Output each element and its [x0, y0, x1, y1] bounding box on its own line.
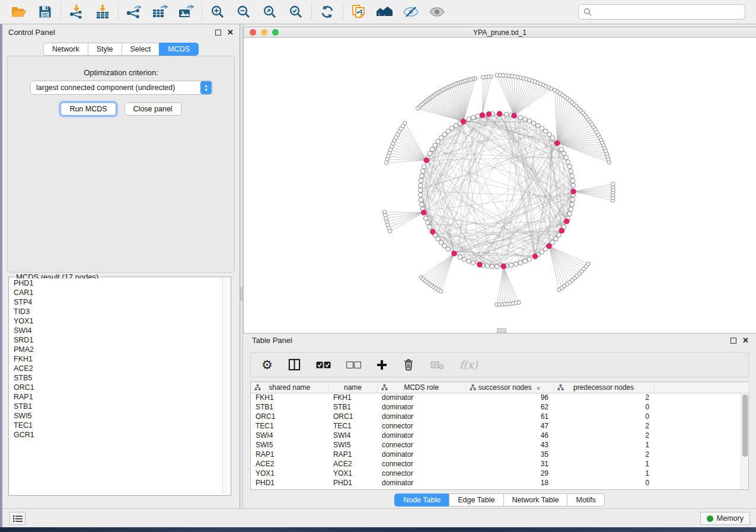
mcds-result-item[interactable]: STB1	[10, 402, 222, 411]
column-header-name[interactable]: name	[328, 382, 377, 393]
add-column-button[interactable]	[377, 360, 387, 370]
table-row[interactable]: FKH1FKH1dominator962	[251, 393, 749, 402]
zoom-out-icon	[237, 5, 251, 20]
mcds-result-item[interactable]: SRD1	[10, 335, 222, 345]
unselect-all-button[interactable]	[346, 361, 361, 368]
tab-network[interactable]: Network	[43, 43, 88, 56]
tab-node-table[interactable]: Node Table	[394, 493, 449, 507]
mcds-result-item[interactable]: GCR1	[10, 430, 222, 440]
hide-selected-button[interactable]	[398, 2, 424, 22]
network-graph	[244, 38, 756, 333]
close-panel-icon[interactable]: ✕	[227, 30, 234, 36]
tab-style[interactable]: Style	[88, 43, 122, 56]
mcds-result-item[interactable]: CAR1	[10, 288, 222, 297]
mcds-result-item[interactable]: YOX1	[10, 316, 222, 326]
mcds-result-item[interactable]: PHD1	[10, 278, 222, 288]
first-neighbors-button[interactable]	[372, 2, 398, 22]
tab-motifs[interactable]: Motifs	[567, 493, 604, 507]
mcds-panel: Optimization criterion: largest connecte…	[7, 56, 235, 273]
refresh-layout-button[interactable]	[314, 2, 340, 22]
delete-table-button[interactable]	[430, 360, 444, 370]
column-header-predecessor-nodes[interactable]: predecessor nodes	[553, 382, 654, 393]
memory-button[interactable]: Memory	[700, 512, 750, 525]
mcds-result-list[interactable]: PHD1CAR1STP4TID3YOX1SWI4SRD1PMA2FKH1ACE2…	[10, 278, 222, 494]
column-header-MCDS-role[interactable]: MCDS role	[377, 382, 465, 393]
mcds-list-scrollbar[interactable]	[222, 278, 229, 494]
tab-mcds[interactable]: MCDS	[159, 43, 199, 56]
save-session-button[interactable]	[32, 2, 58, 22]
network-titlebar[interactable]: YPA_prune.txt_1	[244, 27, 756, 38]
close-panel-button[interactable]: Close panel	[125, 102, 181, 116]
import-table-button[interactable]	[90, 2, 116, 22]
select-all-button[interactable]	[316, 361, 331, 368]
table-cell: 1	[553, 459, 654, 469]
optimization-criterion-select[interactable]: largest connected component (undirected)…	[30, 81, 213, 95]
column-header-successor-nodes[interactable]: successor nodes∨	[465, 382, 553, 393]
table-cell: dominator	[377, 478, 465, 488]
export-table-icon	[152, 4, 168, 20]
splitter-grip[interactable]	[240, 287, 243, 300]
table-scrollbar-thumb[interactable]	[742, 395, 748, 457]
zoom-fit-button[interactable]	[257, 2, 283, 22]
mcds-result-item[interactable]: ORC1	[10, 383, 222, 392]
table-scrollbar[interactable]	[741, 393, 748, 489]
mcds-result-item[interactable]: TID3	[10, 307, 222, 316]
horizontal-splitter-grip[interactable]	[497, 328, 506, 333]
function-builder-button[interactable]: f(x)	[460, 358, 478, 371]
table-cell	[654, 440, 749, 450]
mcds-result-item[interactable]: PMA2	[10, 345, 222, 354]
zoom-out-button[interactable]	[231, 2, 257, 22]
table-row[interactable]: SWI5SWI5connector431	[251, 440, 749, 450]
refresh-icon	[320, 4, 335, 20]
mcds-result-item[interactable]: STB5	[10, 373, 222, 383]
zoom-selected-button[interactable]	[283, 2, 309, 22]
mcds-result-item[interactable]: ACE2	[10, 364, 222, 373]
run-mcds-button[interactable]: Run MCDS	[60, 102, 116, 116]
tab-edge-table[interactable]: Edge Table	[449, 493, 503, 507]
mcds-result-item[interactable]: TEC1	[10, 421, 222, 430]
zoom-in-button[interactable]	[205, 2, 231, 22]
open-file-button[interactable]	[6, 2, 32, 22]
table-row[interactable]: RAP1RAP1dominator352	[251, 450, 749, 459]
desktop: Control Panel ✕ NetworkStyleSelectMCDS O…	[0, 0, 756, 532]
tab-select[interactable]: Select	[122, 43, 160, 56]
show-all-button[interactable]	[424, 2, 450, 22]
table-cell: 46	[465, 431, 553, 440]
table-cell: SWI5	[251, 440, 328, 450]
float-panel-icon[interactable]	[215, 30, 221, 36]
mcds-result-item[interactable]: FKH1	[10, 354, 222, 364]
table-row[interactable]: ORC1ORC1dominator610	[251, 412, 749, 421]
export-network-button[interactable]	[121, 2, 147, 22]
table-cell	[654, 393, 749, 402]
delete-column-button[interactable]	[403, 358, 414, 371]
mcds-result-item[interactable]: RAP1	[10, 392, 222, 402]
tab-network-table[interactable]: Network Table	[503, 493, 567, 507]
table-row[interactable]: STB1STB1dominator620	[251, 402, 749, 412]
show-columns-button[interactable]	[288, 358, 301, 371]
table-cell: connector	[377, 469, 465, 478]
column-header-shared-name[interactable]: shared name	[251, 382, 328, 393]
right-region: YPA_prune.txt_1 Table Panel ✕	[243, 24, 756, 508]
import-network-button[interactable]	[63, 2, 90, 22]
table-cell: PHD1	[328, 478, 377, 488]
mcds-result-item[interactable]: SWI4	[10, 326, 222, 335]
table-row[interactable]: YOX1YOX1connector291	[251, 469, 749, 478]
float-table-panel-icon[interactable]	[731, 338, 736, 344]
table-row[interactable]: TEC1TEC1connector472	[251, 421, 749, 431]
table-row[interactable]: ACE2ACE2connector311	[251, 459, 749, 469]
export-table-button[interactable]	[147, 2, 173, 22]
network-canvas[interactable]	[244, 38, 756, 333]
show-panels-button[interactable]	[9, 512, 25, 525]
mcds-result-item[interactable]: STP4	[10, 297, 222, 307]
mcds-result-item[interactable]: SWI5	[10, 411, 222, 421]
table-cell: connector	[377, 421, 465, 431]
column-settings-button[interactable]: ⚙	[261, 359, 273, 371]
table-row[interactable]: PHD1PHD1dominator180	[251, 478, 749, 488]
search-input[interactable]	[578, 4, 745, 20]
toolbar-separator	[60, 4, 61, 20]
close-table-panel-icon[interactable]: ✕	[742, 338, 749, 344]
table-row[interactable]: SWI4SWI4dominator462	[251, 431, 749, 440]
toolbar-separator	[311, 4, 312, 20]
export-image-button[interactable]	[173, 2, 199, 22]
clone-network-button[interactable]	[346, 2, 372, 22]
